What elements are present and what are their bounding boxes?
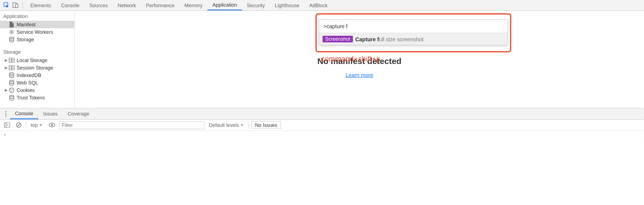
sidebar-item-web-sql[interactable]: Web SQL	[0, 79, 75, 86]
tab-lighthouse[interactable]: Lighthouse	[270, 0, 304, 11]
svg-point-12	[10, 37, 14, 39]
tab-adblock[interactable]: AdBlock	[304, 0, 333, 11]
table-icon	[8, 57, 15, 64]
category-badge: Screenshot	[323, 36, 353, 42]
chevron-down-icon: ▼	[39, 123, 43, 127]
sidebar-item-service-workers[interactable]: Service Workers	[0, 28, 75, 36]
console-sidebar-toggle-icon[interactable]	[2, 121, 12, 130]
sidebar-item-trust-tokens[interactable]: Trust Tokens	[0, 94, 75, 101]
svg-point-3	[11, 31, 12, 33]
console-drawer: Console Issues Coverage top ▼ Default le…	[0, 108, 644, 139]
sidebar-item-label: Trust Tokens	[17, 95, 45, 101]
svg-rect-32	[4, 123, 6, 127]
tab-memory[interactable]: Memory	[180, 0, 208, 11]
log-levels-selector[interactable]: Default levels ▼	[207, 121, 246, 129]
sidebar-item-cookies[interactable]: ▶ Cookies	[0, 86, 75, 94]
sidebar-item-label: Service Workers	[17, 29, 53, 35]
live-expression-icon[interactable]	[47, 121, 56, 130]
svg-line-9	[13, 33, 13, 34]
svg-line-8	[10, 30, 10, 31]
file-icon	[8, 21, 15, 28]
sidebar-item-indexeddb[interactable]: IndexedDB	[0, 71, 75, 79]
svg-point-25	[12, 89, 13, 90]
svg-point-24	[11, 89, 11, 90]
svg-point-36	[51, 124, 53, 126]
main-area: Application Manifest Service Workers Sto…	[0, 11, 644, 108]
chevron-down-icon: ▼	[240, 123, 244, 127]
drawer-more-icon[interactable]	[2, 111, 10, 117]
tab-security[interactable]: Security	[242, 0, 270, 11]
command-menu: >capture f Screenshot Capture full size …	[319, 20, 508, 45]
section-application-title: Application	[0, 11, 75, 21]
svg-point-23	[9, 88, 14, 93]
context-selector[interactable]: top ▼	[29, 121, 45, 129]
application-sidebar: Application Manifest Service Workers Sto…	[0, 11, 75, 108]
sidebar-item-label: Local Storage	[17, 57, 47, 63]
svg-line-11	[13, 30, 13, 31]
inspect-element-icon[interactable]	[2, 1, 11, 10]
sidebar-item-label: Manifest	[17, 22, 35, 27]
svg-point-22	[10, 80, 14, 82]
drawer-tab-coverage[interactable]: Coverage	[63, 109, 94, 119]
sidebar-item-label: Web SQL	[17, 80, 38, 86]
svg-line-10	[10, 33, 10, 34]
tab-performance[interactable]: Performance	[141, 0, 180, 11]
expand-icon[interactable]: ▶	[4, 66, 8, 70]
svg-point-21	[10, 73, 14, 75]
clear-console-icon[interactable]	[14, 121, 23, 130]
console-toolbar: top ▼ Default levels ▼ No Issues	[0, 120, 644, 131]
sidebar-item-local-storage[interactable]: ▶ Local Storage	[0, 57, 75, 64]
command-result-text: Capture full size screenshot	[355, 36, 423, 42]
gear-icon	[8, 29, 15, 35]
drawer-tabs: Console Issues Coverage	[0, 109, 644, 120]
expand-icon[interactable]: ▶	[4, 58, 8, 62]
command-input[interactable]: >capture f	[319, 20, 508, 33]
svg-point-27	[10, 95, 14, 97]
database-icon	[8, 94, 15, 101]
console-prompt[interactable]: ›	[0, 131, 644, 139]
cookie-icon	[8, 87, 15, 94]
device-toolbar-icon[interactable]	[11, 1, 20, 10]
drawer-tab-console[interactable]: Console	[10, 109, 38, 119]
no-issues-button[interactable]: No Issues	[251, 121, 281, 129]
command-input-prefix: >	[323, 23, 326, 30]
tab-console[interactable]: Console	[56, 0, 85, 11]
separator	[22, 2, 23, 9]
sidebar-item-session-storage[interactable]: ▶ Session Storage	[0, 64, 75, 71]
content-pane: No manifest detected Learn more >capture…	[75, 11, 644, 108]
console-filter-input[interactable]	[59, 121, 204, 129]
main-tabs: Elements Console Sources Network Perform…	[25, 0, 333, 11]
sidebar-item-storage[interactable]: Storage	[0, 36, 75, 43]
svg-rect-2	[16, 4, 18, 8]
svg-point-28	[5, 111, 6, 112]
svg-line-34	[17, 124, 20, 127]
svg-point-26	[11, 91, 12, 91]
drawer-tab-issues[interactable]: Issues	[38, 109, 63, 119]
section-storage-title: Storage	[0, 47, 75, 57]
log-levels-value: Default levels	[209, 122, 239, 128]
devtools-top-bar: Elements Console Sources Network Perform…	[0, 0, 644, 11]
expand-icon[interactable]: ▶	[4, 88, 8, 92]
sidebar-item-label: Cookies	[17, 87, 35, 93]
learn-more-link[interactable]: Learn more	[346, 72, 373, 78]
tab-network[interactable]: Network	[113, 0, 141, 11]
sidebar-item-label: Storage	[17, 37, 34, 42]
tab-elements[interactable]: Elements	[25, 0, 56, 11]
context-selector-value: top	[31, 122, 38, 128]
table-icon	[8, 65, 15, 71]
prompt-caret-icon: ›	[3, 132, 6, 138]
sidebar-item-label: IndexedDB	[17, 72, 41, 78]
sidebar-item-label: Session Storage	[17, 65, 53, 71]
annotation-shortcut-label: command+shift+p	[321, 55, 380, 64]
command-input-value: capture f	[326, 23, 347, 30]
tab-sources[interactable]: Sources	[85, 0, 113, 11]
svg-point-29	[5, 113, 6, 114]
svg-point-30	[5, 115, 6, 116]
tab-application[interactable]: Application	[208, 0, 242, 11]
database-icon	[8, 36, 15, 43]
command-result-item[interactable]: Screenshot Capture full size screenshot	[319, 33, 508, 45]
database-icon	[8, 80, 15, 86]
sidebar-item-manifest[interactable]: Manifest	[0, 21, 75, 28]
database-icon	[8, 72, 15, 79]
